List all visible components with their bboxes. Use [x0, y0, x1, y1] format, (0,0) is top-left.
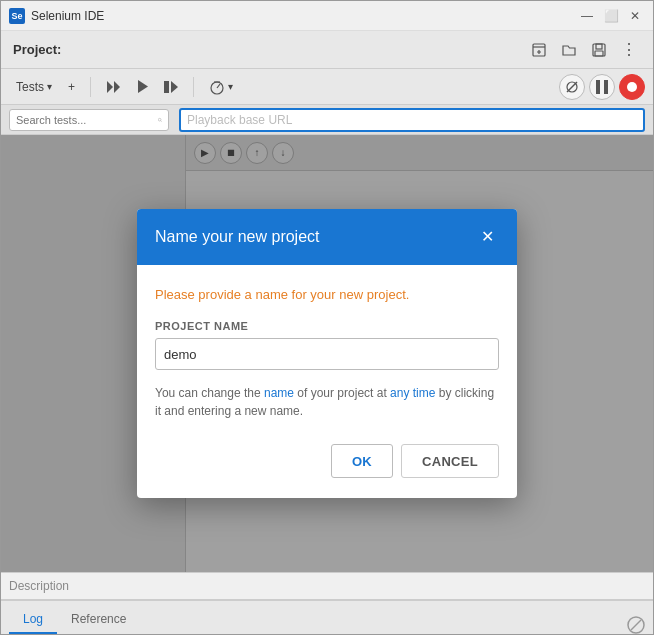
dialog: Name your new project ✕ Please provide a… [137, 209, 517, 499]
svg-rect-7 [164, 81, 169, 93]
tests-group: Tests ▾ + [9, 74, 82, 100]
toolbar-separator-2 [193, 77, 194, 97]
svg-marker-8 [171, 81, 178, 93]
svg-rect-2 [596, 44, 602, 49]
search-bar: Playback base URL [1, 105, 653, 135]
dialog-close-button[interactable]: ✕ [475, 225, 499, 249]
header-icon-group: ⋮ [527, 38, 641, 62]
more-menu-button[interactable]: ⋮ [617, 38, 641, 62]
svg-line-15 [161, 120, 162, 121]
minimize-button[interactable]: — [577, 6, 597, 26]
svg-marker-5 [114, 81, 120, 93]
toolbar-right [559, 74, 645, 100]
run-all-button[interactable] [99, 74, 129, 100]
app-icon: Se [9, 8, 25, 24]
save-project-button[interactable] [587, 38, 611, 62]
close-button[interactable]: ✕ [625, 6, 645, 26]
no-entry-icon [627, 616, 645, 634]
record-button[interactable] [619, 74, 645, 100]
svg-point-14 [158, 118, 161, 121]
maximize-button[interactable]: ⬜ [601, 6, 621, 26]
add-test-button[interactable]: + [61, 74, 82, 100]
tests-dropdown-button[interactable]: Tests ▾ [9, 74, 59, 100]
bottom-tabs: Log Reference [1, 600, 653, 634]
ok-button[interactable]: OK [331, 444, 393, 478]
cancel-button[interactable]: CANCEL [401, 444, 499, 478]
dialog-header: Name your new project ✕ [137, 209, 517, 265]
main-content: ▶ ⏹ ↑ ↓ Name your new project ✕ Please [1, 135, 653, 572]
toolbar-separator-1 [90, 77, 91, 97]
disable-breakpoints-button[interactable] [559, 74, 585, 100]
window-controls: — ⬜ ✕ [577, 6, 645, 26]
dialog-actions: OK CANCEL [155, 440, 499, 478]
svg-point-13 [627, 82, 637, 92]
app-window: Se Selenium IDE — ⬜ ✕ Project: [0, 0, 654, 635]
svg-marker-6 [138, 80, 148, 93]
hint-link-anytime[interactable]: any time [390, 386, 435, 400]
open-project-button[interactable] [557, 38, 581, 62]
hint-link-name[interactable]: name [264, 386, 294, 400]
dialog-overlay: Name your new project ✕ Please provide a… [1, 135, 653, 572]
pause-step-button[interactable] [157, 74, 185, 100]
svg-marker-4 [107, 81, 113, 93]
bottom-tab-icons [627, 616, 645, 634]
svg-rect-11 [596, 80, 600, 94]
project-name-label: PROJECT NAME [155, 320, 499, 332]
svg-rect-12 [604, 80, 608, 94]
svg-rect-3 [595, 51, 603, 56]
search-icon [158, 114, 162, 126]
playback-url-input[interactable]: Playback base URL [179, 108, 645, 132]
speed-button[interactable]: ▾ [202, 74, 240, 100]
new-project-button[interactable] [527, 38, 551, 62]
description-bar: Description [1, 572, 653, 600]
tab-log[interactable]: Log [9, 606, 57, 634]
run-button[interactable] [131, 74, 155, 100]
project-name-input[interactable] [155, 338, 499, 370]
dialog-title: Name your new project [155, 228, 320, 246]
svg-line-17 [631, 620, 641, 630]
dialog-hint: You can change the name of your project … [155, 384, 499, 420]
search-input-wrap [9, 109, 169, 131]
dialog-body: Please provide a name for your new proje… [137, 265, 517, 499]
pause-on-exceptions-button[interactable] [589, 74, 615, 100]
window-title: Selenium IDE [31, 9, 577, 23]
project-label: Project: [13, 42, 527, 57]
app-header: Project: [1, 31, 653, 69]
run-group [99, 74, 185, 100]
title-bar: Se Selenium IDE — ⬜ ✕ [1, 1, 653, 31]
main-toolbar: Tests ▾ + [1, 69, 653, 105]
tab-reference[interactable]: Reference [57, 606, 140, 634]
search-input[interactable] [16, 114, 154, 126]
dialog-description: Please provide a name for your new proje… [155, 285, 499, 305]
